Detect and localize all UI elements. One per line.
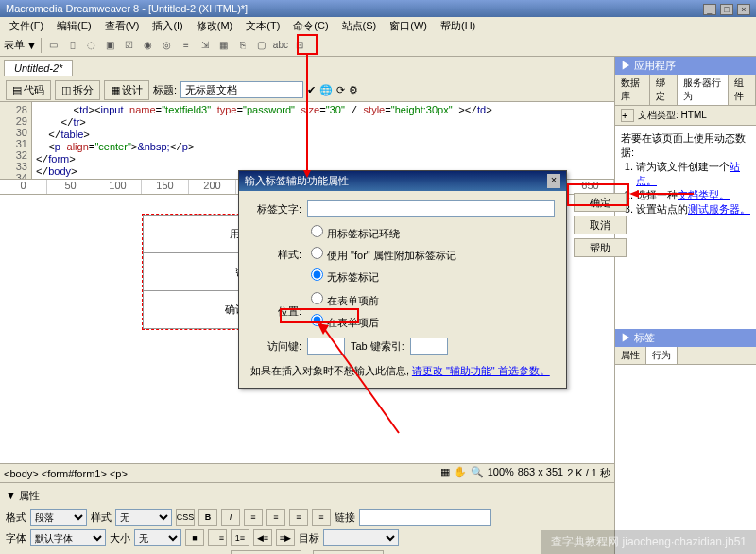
step-1: 请为该文件创建一个站点。	[636, 160, 750, 188]
accesskey-input[interactable]	[307, 338, 345, 355]
document-tab[interactable]: Untitled-2*	[4, 60, 73, 76]
list-item-button[interactable]: 列表项目...	[313, 550, 384, 554]
menu-edit[interactable]: 编辑(E)	[51, 19, 97, 32]
tab-bindings[interactable]: 绑定	[650, 75, 678, 105]
hand-tool-icon[interactable]: ✋	[454, 466, 467, 480]
image-field-icon[interactable]: ▦	[215, 37, 232, 54]
tag-selector[interactable]: <body> <form#form1> <p>	[0, 468, 440, 479]
tag-panel-header[interactable]: ▶ 标签	[615, 329, 756, 347]
list-icon[interactable]: ≡	[178, 37, 195, 54]
radiogroup-icon[interactable]: ◎	[159, 37, 176, 54]
align-left-icon[interactable]: ≡	[244, 509, 263, 526]
textfield-icon[interactable]: ⌷	[64, 37, 81, 54]
hidden-icon[interactable]: ◌	[83, 37, 100, 54]
menu-help[interactable]: 帮助(H)	[435, 19, 481, 32]
testserver-link[interactable]: 测试服务器。	[688, 203, 750, 215]
align-center-icon[interactable]: ≡	[266, 509, 285, 526]
help-button[interactable]: 帮助	[574, 238, 627, 257]
menu-insert[interactable]: 插入(I)	[146, 19, 188, 32]
options-icon[interactable]: ⚙	[349, 84, 358, 96]
menu-commands[interactable]: 命令(C)	[287, 19, 334, 32]
style-select[interactable]: 无	[115, 509, 172, 526]
style-opt-for[interactable]: 使用 "for" 属性附加标签标记	[307, 247, 456, 263]
chevron-down-icon[interactable]: ▼	[26, 40, 37, 51]
fieldset-icon[interactable]: ⊡	[291, 37, 308, 54]
doctype-link[interactable]: 文档类型。	[678, 189, 730, 200]
italic-button[interactable]: I	[221, 509, 240, 526]
dialog-close-icon[interactable]: ×	[547, 174, 560, 188]
right-panels: ▶ 应用程序 数据库 绑定 服务器行为 组件 + 文档类型: HTML 若要在该…	[614, 57, 756, 554]
minimize-button[interactable]: _	[703, 4, 716, 15]
zoom-level[interactable]: 100%	[488, 466, 514, 480]
page-properties-button[interactable]: 页面属性...	[231, 550, 301, 554]
link-label: 链接	[335, 511, 355, 525]
prefs-link[interactable]: 请更改 "辅助功能" 首选参数。	[412, 365, 550, 376]
menu-site[interactable]: 站点(S)	[336, 19, 383, 32]
list-ul-icon[interactable]: ⋮≡	[208, 529, 227, 546]
design-view-button[interactable]: ▦ 设计	[104, 80, 149, 100]
insertbar-category[interactable]: 表单	[4, 38, 25, 52]
jump-icon[interactable]: ⇲	[197, 37, 214, 54]
position-after[interactable]: 在表单项后	[307, 314, 379, 330]
tab-attributes[interactable]: 属性	[615, 347, 646, 364]
status-bar: <body> <form#form1> <p> ▦ ✋ 🔍 100% 863 x…	[0, 463, 614, 482]
indent-icon[interactable]: ≡▶	[276, 529, 295, 546]
list-ol-icon[interactable]: 1≡	[231, 529, 249, 546]
browser-icon[interactable]: 🌐	[319, 84, 333, 96]
tab-components[interactable]: 组件	[729, 75, 756, 105]
dialog-titlebar[interactable]: 输入标签辅助功能属性 ×	[239, 171, 566, 191]
format-select[interactable]: 段落	[30, 509, 87, 526]
plus-icon[interactable]: +	[621, 109, 634, 122]
window-size[interactable]: 863 x 351	[518, 466, 563, 480]
style-opt-wrap[interactable]: 用标签标记环绕	[307, 225, 456, 241]
download-speed: 2 K / 1 秒	[567, 466, 610, 480]
align-right-icon[interactable]: ≡	[289, 509, 308, 526]
zoom-tool-icon[interactable]: 🔍	[471, 466, 484, 480]
validate-icon[interactable]: ✔	[307, 84, 316, 96]
bold-button[interactable]: B	[198, 509, 217, 526]
maximize-button[interactable]: □	[720, 4, 733, 15]
size-select[interactable]: 无	[134, 529, 181, 546]
align-justify-icon[interactable]: ≡	[312, 509, 331, 526]
menu-view[interactable]: 查看(V)	[99, 19, 146, 32]
tab-behaviors[interactable]: 行为	[646, 347, 678, 364]
tag-panel-body	[615, 365, 756, 555]
tag-tabs: 属性 行为	[615, 347, 756, 365]
code-text[interactable]: <td><input name="textfield3" type="passw…	[32, 102, 614, 179]
cancel-button[interactable]: 取消	[574, 216, 627, 234]
button-icon[interactable]: ▢	[253, 37, 270, 54]
position-label: 位置:	[250, 304, 301, 319]
code-view-button[interactable]: ▤ 代码	[6, 80, 51, 100]
ok-button[interactable]: 确定	[574, 193, 627, 212]
code-view[interactable]: 28293031323334 <td><input name="textfiel…	[0, 102, 614, 180]
title-input[interactable]	[180, 81, 303, 98]
textarea-icon[interactable]: ▣	[102, 37, 119, 54]
properties-header[interactable]: ▼ 属性	[6, 487, 609, 505]
select-tool-icon[interactable]: ▦	[440, 466, 450, 480]
form-icon[interactable]: ▭	[45, 37, 62, 54]
position-before[interactable]: 在表单项前	[307, 292, 379, 308]
outdent-icon[interactable]: ◀≡	[253, 529, 272, 546]
close-button[interactable]: ×	[737, 4, 750, 15]
menu-modify[interactable]: 修改(M)	[191, 19, 239, 32]
font-select[interactable]: 默认字体	[30, 529, 106, 546]
css-button[interactable]: CSS	[176, 509, 195, 526]
application-panel-header[interactable]: ▶ 应用程序	[615, 57, 756, 75]
split-view-button[interactable]: ◫ 拆分	[55, 80, 100, 100]
tabindex-input[interactable]	[410, 338, 448, 355]
checkbox-icon[interactable]: ☑	[121, 37, 138, 54]
menu-text[interactable]: 文本(T)	[240, 19, 285, 32]
file-field-icon[interactable]: ⎘	[234, 37, 251, 54]
text-color-icon[interactable]: ■	[185, 529, 204, 546]
label-icon[interactable]: abc	[272, 37, 289, 54]
menu-window[interactable]: 窗口(W)	[384, 19, 433, 32]
refresh-icon[interactable]: ⟳	[336, 84, 345, 96]
style-opt-none[interactable]: 无标签标记	[307, 268, 456, 285]
labeltext-input[interactable]	[307, 200, 555, 217]
tab-server-behaviors[interactable]: 服务器行为	[678, 75, 728, 105]
link-input[interactable]	[359, 509, 491, 526]
radio-icon[interactable]: ◉	[140, 37, 157, 54]
menu-file[interactable]: 文件(F)	[4, 19, 49, 32]
tab-database[interactable]: 数据库	[615, 75, 650, 105]
target-select[interactable]	[323, 529, 399, 546]
